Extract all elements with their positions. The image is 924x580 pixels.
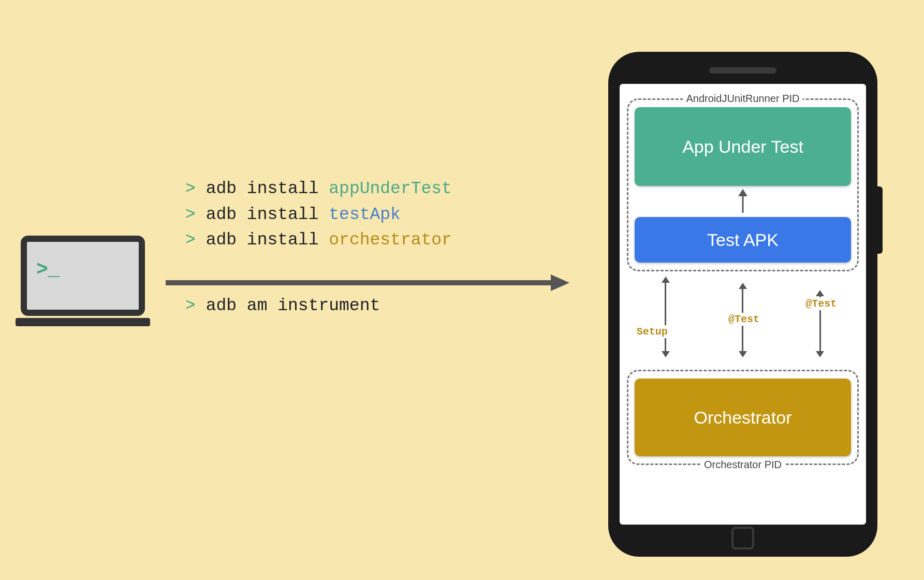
junit-runner-pid-box: AndroidJUnitRunner PID App Under Test Te… — [627, 98, 859, 271]
flow-arrow — [166, 274, 569, 290]
phone-home-button — [731, 527, 754, 549]
orchestrator-card: Orchestrator — [635, 379, 851, 456]
arrow-app-to-testapk — [737, 188, 749, 215]
phone-device: AndroidJUnitRunner PID App Under Test Te… — [608, 52, 877, 557]
laptop-base — [16, 318, 150, 326]
terminal-prompt: >_ — [36, 258, 60, 281]
cmd-line-2: > adb install testApk — [185, 202, 452, 228]
terminal-commands-top: > adb install appUnderTest > adb install… — [185, 176, 452, 253]
arrow-setup: Setup — [645, 277, 686, 357]
junit-runner-pid-label: AndroidJUnitRunner PID — [683, 93, 803, 105]
phone-speaker — [709, 67, 776, 74]
arrow-test-1: @Test — [722, 283, 764, 357]
laptop-screen: >_ — [21, 236, 145, 316]
cmd-line-3: > adb install orchestrator — [185, 227, 452, 253]
laptop-icon: >_ — [16, 236, 150, 339]
test-arrows-group: Setup @Test @Test — [627, 274, 859, 357]
arrow-test-2: @Test — [799, 290, 841, 357]
cmd-line-4: > adb am instrument — [185, 296, 380, 315]
orchestrator-pid-label: Orchestrator PID — [701, 459, 785, 471]
test-apk-card: Test APK — [635, 217, 851, 263]
diagram-canvas: >_ > adb install appUnderTest > adb inst… — [0, 0, 924, 580]
terminal-commands-bottom: > adb am instrument — [185, 296, 380, 315]
cmd-line-1: > adb install appUnderTest — [185, 176, 452, 202]
phone-screen: AndroidJUnitRunner PID App Under Test Te… — [620, 84, 866, 525]
orchestrator-pid-box: Orchestrator Orchestrator PID — [627, 370, 859, 465]
app-under-test-card: App Under Test — [635, 107, 851, 186]
